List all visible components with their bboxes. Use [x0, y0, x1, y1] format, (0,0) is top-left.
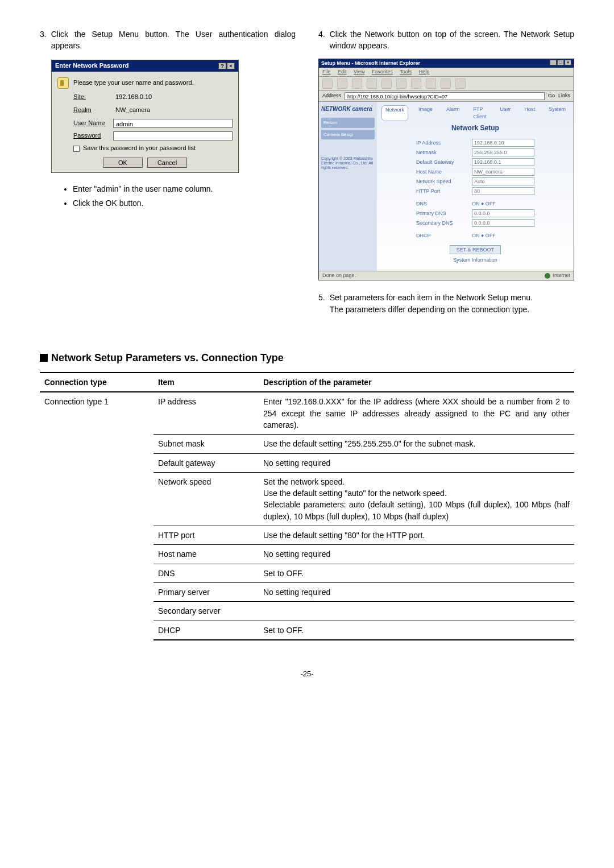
minimize-icon[interactable]: _ [550, 60, 557, 65]
sidebar-camera-setup[interactable]: Camera Setup [321, 130, 375, 140]
section-title: Network Setup Parameters vs. Connection … [51, 352, 284, 363]
system-information-link[interactable]: System Information [381, 257, 569, 264]
checkbox-icon[interactable] [73, 146, 80, 152]
ok-button[interactable]: OK [103, 158, 143, 168]
auth-dialog-titlebar: Enter Network Password ? × [52, 60, 238, 72]
cell-desc-dhcp: Set to OFF. [259, 621, 574, 640]
netspeed-field[interactable]: Auto [472, 177, 534, 185]
cell-item-gateway: Default gateway [154, 453, 259, 472]
th-connection-type: Connection type [40, 373, 154, 392]
help-icon[interactable]: ? [218, 63, 226, 69]
back-icon[interactable] [322, 78, 333, 89]
go-button[interactable]: Go [548, 92, 555, 100]
status-bar: Done on page. Internet [319, 271, 574, 280]
address-input[interactable]: http://192.168.0.10/cgi-bin/hwsetup?CID=… [345, 92, 545, 100]
netmask-field[interactable]: 255.255.255.0 [472, 148, 534, 156]
globe-icon [545, 273, 550, 279]
save-password-checkbox[interactable]: Save this password in your password list [73, 144, 233, 153]
address-label: Address [322, 92, 341, 100]
tab-host[interactable]: Host [521, 105, 538, 121]
search-icon[interactable] [396, 78, 406, 89]
menu-file[interactable]: File [322, 69, 331, 75]
cell-item-httpport: HTTP port [154, 526, 259, 545]
httpport-field[interactable]: 80 [472, 187, 534, 195]
username-input[interactable]: admin [113, 119, 233, 128]
home-icon[interactable] [381, 78, 392, 89]
primarydns-field[interactable]: 0.0.0.0 [472, 209, 534, 217]
step-5-number: 5. [318, 292, 325, 315]
logo: NETWORK camera [321, 105, 375, 114]
netmask-label: Netmask [416, 149, 467, 156]
key-icon [57, 77, 69, 89]
print-icon[interactable] [455, 78, 466, 89]
forward-icon[interactable] [337, 78, 347, 89]
hostname-field[interactable]: NW_camera [472, 168, 534, 176]
refresh-icon[interactable] [367, 78, 377, 89]
tab-user[interactable]: User [496, 105, 514, 121]
page-number: -25- [40, 669, 574, 680]
close-icon[interactable]: × [227, 63, 235, 69]
th-item: Item [154, 373, 259, 392]
tab-image[interactable]: Image [415, 105, 436, 121]
dhcp-radio[interactable]: ON ● OFF [472, 232, 534, 239]
params-table: Connection type Item Description of the … [40, 372, 574, 640]
panel-title: Network Setup [381, 123, 569, 133]
site-label: Site: [73, 93, 113, 102]
sidebar-return[interactable]: Return [321, 118, 375, 128]
step-3: 3. Click the Setup Menu button. The User… [40, 28, 296, 52]
username-label: User Name [73, 119, 113, 128]
close-window-icon[interactable]: × [565, 60, 571, 65]
tab-system[interactable]: System [545, 105, 569, 121]
cell-desc-subnet: Use the default setting "255.255.255.0" … [259, 435, 574, 453]
primarydns-label: Primary DNS [416, 210, 467, 217]
step-5: 5. Set parameters for each item in the N… [318, 292, 574, 315]
menu-favorites[interactable]: Favorites [372, 69, 393, 75]
left-column: 3. Click the Setup Menu button. The User… [40, 28, 296, 322]
menu-edit[interactable]: Edit [338, 69, 347, 75]
maximize-icon[interactable]: □ [557, 60, 564, 65]
section-heading: Network Setup Parameters vs. Connection … [40, 350, 574, 365]
hostname-label: Host Name [416, 168, 467, 176]
bullet-click-ok: Click the OK button. [73, 197, 296, 209]
menu-tools[interactable]: Tools [400, 69, 412, 75]
netspeed-label: Network Speed [416, 178, 467, 185]
top-columns: 3. Click the Setup Menu button. The User… [40, 28, 574, 322]
cell-item-primary: Primary server [154, 582, 259, 601]
httpport-label: HTTP Port [416, 188, 467, 195]
dns-label: DNS [416, 200, 467, 208]
set-reboot-button[interactable]: SET & REBOOT [450, 245, 501, 254]
dns-radio[interactable]: ON ● OFF [472, 200, 534, 208]
cell-desc-primary: No setting required [259, 582, 574, 601]
save-password-label: Save this password in your password list [83, 144, 196, 153]
cell-desc-dns: Set to OFF. [259, 564, 574, 582]
step-3-text: Click the Setup Menu button. The User au… [51, 28, 296, 52]
favorites-icon[interactable] [411, 78, 421, 89]
tab-alarm[interactable]: Alarm [443, 105, 463, 121]
ip-field[interactable]: 192.168.0.10 [472, 139, 534, 147]
auth-dialog-body: Please type your user name and password.… [52, 72, 238, 173]
password-input[interactable] [113, 131, 233, 140]
tab-network[interactable]: Network [381, 105, 408, 121]
auth-prompt: Please type your user name and password. [73, 78, 194, 88]
mail-icon[interactable] [441, 78, 451, 89]
tab-ftp[interactable]: FTP Client [470, 105, 489, 121]
auth-dialog-title: Enter Network Password [55, 61, 129, 71]
dhcp-label: DHCP [416, 232, 467, 239]
stop-icon[interactable] [352, 78, 362, 89]
gateway-field[interactable]: 192.168.0.1 [472, 158, 534, 166]
cell-item-subnet: Subnet mask [154, 435, 259, 453]
cell-desc-netspeed: Set the network speed. Use the default s… [259, 472, 574, 526]
menu-view[interactable]: View [354, 69, 364, 75]
secondarydns-label: Secondary DNS [416, 220, 467, 227]
cell-item-secondary: Secondary server [154, 602, 259, 621]
browser-title: Setup Menu - Microsoft Internet Explorer [321, 60, 420, 67]
status-zone: Internet [553, 272, 570, 279]
realm-value: NW_camera [113, 105, 233, 115]
secondarydns-field[interactable]: 0.0.0.0 [472, 219, 534, 227]
cancel-button[interactable]: Cancel [147, 158, 187, 168]
menu-help[interactable]: Help [419, 69, 430, 75]
th-description: Description of the parameter [259, 373, 574, 392]
history-icon[interactable] [426, 78, 436, 89]
status-text: Done on page. [322, 272, 356, 279]
cell-desc-hostname: No setting required [259, 545, 574, 564]
